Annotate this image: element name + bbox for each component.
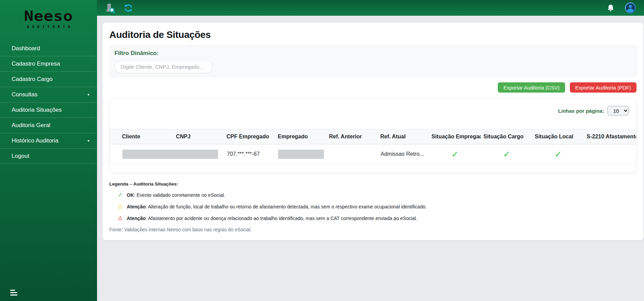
sidebar-item-label: Logout [12, 153, 29, 160]
rows-per-page: Linhas por página: 10 [110, 106, 636, 115]
col-header-cnpj: CNPJ [173, 134, 224, 140]
filter-panel: Filtro Dinâmico: [109, 45, 636, 77]
user-avatar[interactable] [625, 2, 636, 14]
legend-term: Atenção [127, 204, 146, 209]
source-note: Fonte: Validações internas Neeso com bas… [109, 227, 636, 232]
rows-per-page-label: Linhas por página: [558, 108, 604, 114]
sidebar-item-cadastro-cargo[interactable]: Cadastro Cargo [0, 72, 97, 87]
brand-name: Neeso [0, 9, 97, 23]
table-row[interactable]: 707.***.***-67 Admissao Retro... ✓ ✓ ✓ [110, 144, 636, 164]
cell-ref-atual: Admissao Retro... [378, 151, 429, 157]
topbar-right [607, 2, 636, 14]
cell-cliente [120, 150, 174, 159]
chevron-down-icon: ▾ [87, 137, 90, 144]
sidebar-item-label: Auditoria Geral [12, 122, 50, 129]
chevron-down-icon: ▾ [87, 91, 90, 98]
cell-cpf-empregado: 707.***.***-67 [224, 151, 275, 157]
col-header-s2210-afastamento: S-2210 Afastamento [584, 134, 636, 140]
notifications-bell-icon[interactable] [607, 4, 614, 12]
check-icon: ✓ [481, 150, 532, 159]
sidebar-item-dashboard[interactable]: Dashboard [0, 41, 97, 56]
col-header-situacao-local: Situação Local [532, 134, 584, 140]
col-header-situacao-cargo: Situação Cargo [481, 134, 532, 140]
check-icon: ✓ [117, 192, 124, 198]
topbar [97, 0, 644, 16]
rows-per-page-select[interactable]: 10 [607, 106, 629, 115]
sidebar-item-label: Cadastro Cargo [12, 76, 53, 83]
export-pdf-button[interactable]: Exportar Auditoria (PDF) [570, 82, 636, 93]
col-header-ref-anterior: Ref. Anterior [326, 134, 378, 140]
col-header-cliente: Cliente [119, 134, 173, 140]
legend-term: Atenção [127, 216, 146, 221]
sidebar-item-logout[interactable]: Logout [0, 149, 97, 164]
legend-title: Legenda – Auditoria Situações: [109, 181, 636, 187]
legend-text: : Evento validado corretamente no eSocia… [134, 192, 225, 198]
legend: Legenda – Auditoria Situações: ✓ OK: Eve… [109, 181, 636, 232]
sidebar-item-historico-auditoria[interactable]: Histórico Auditoria ▾ [0, 133, 97, 149]
col-header-cpf-empregado: CPF Empregado [224, 134, 275, 140]
sidebar-menu: Dashboard Cadastro Empresa Cadastro Carg… [0, 41, 97, 164]
col-header-ref-atual: Ref. Atual [378, 134, 429, 140]
legend-item-atencao-cat: ⚠ Atenção: Afastamento por acidente ou d… [117, 215, 636, 221]
export-actions: Exportar Auditoria (CSV) Exportar Audito… [109, 82, 636, 93]
sidebar: Neeso AUDITORIA Dashboard Cadastro Empre… [0, 0, 97, 301]
sidebar-item-auditoria-geral[interactable]: Auditoria Geral [0, 118, 97, 133]
col-header-empregado: Empregado [275, 134, 326, 140]
main-card: Auditoria de Situações Filtro Dinâmico: … [102, 23, 643, 240]
check-icon: ✓ [532, 150, 584, 159]
topbar-left [105, 3, 133, 13]
export-csv-button[interactable]: Exportar Auditoria (CSV) [498, 82, 565, 93]
sidebar-item-label: Histórico Auditoria [12, 137, 58, 144]
menu-toggle-button[interactable] [10, 290, 17, 296]
sidebar-item-auditoria-situacoes[interactable]: Auditoria Situações [0, 102, 97, 118]
col-header-situacao-empregado: Situação Empregado [429, 134, 481, 140]
audit-table: Cliente CNPJ CPF Empregado Empregado Ref… [110, 129, 636, 164]
sidebar-item-label: Dashboard [12, 45, 40, 52]
filter-search-input[interactable] [114, 60, 212, 73]
company-search-icon[interactable] [105, 3, 115, 13]
page-title: Auditoria de Situações [109, 29, 636, 40]
brand-tagline: AUDITORIA [0, 25, 97, 29]
legend-text: : Afastamento por acidente ou doença rel… [146, 216, 417, 221]
legend-text: : Alteração de função, local de trabalho… [146, 204, 427, 209]
warning-red-icon: ⚠ [117, 215, 124, 221]
legend-item-ok: ✓ OK: Evento validado corretamente no eS… [117, 192, 636, 198]
hamburger-icon [10, 290, 15, 291]
sidebar-item-label: Auditoria Situações [12, 107, 61, 113]
legend-term: OK [127, 192, 134, 198]
table-panel: Linhas por página: 10 Cliente CNPJ CPF E… [109, 99, 636, 173]
warning-yellow-icon: ⚠ [117, 204, 124, 210]
brand-logo: Neeso AUDITORIA [0, 0, 97, 29]
redacted-empregado [278, 150, 324, 159]
check-icon: ✓ [429, 150, 481, 159]
filter-label: Filtro Dinâmico: [114, 50, 631, 57]
sidebar-item-label: Consultas [12, 91, 38, 98]
legend-item-atencao-exame: ⚠ Atenção: Alteração de função, local de… [117, 204, 636, 210]
redacted-cliente-cnpj [122, 150, 218, 159]
sidebar-item-consultas[interactable]: Consultas ▾ [0, 87, 97, 102]
refresh-icon[interactable] [124, 3, 133, 13]
table-header-row: Cliente CNPJ CPF Empregado Empregado Ref… [110, 129, 636, 144]
cell-empregado [275, 150, 327, 159]
sidebar-item-cadastro-empresa[interactable]: Cadastro Empresa [0, 56, 97, 72]
sidebar-item-label: Cadastro Empresa [12, 60, 60, 67]
